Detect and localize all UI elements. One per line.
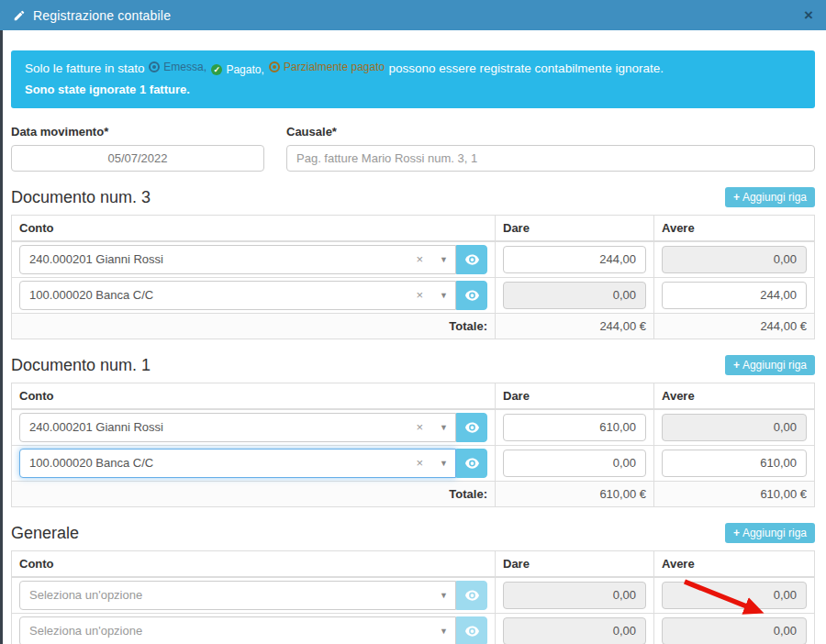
total-label: Totale:	[12, 481, 496, 506]
column-header-dare: Dare	[496, 383, 654, 409]
close-icon[interactable]: ×	[804, 7, 813, 23]
chevron-down-icon: ▼	[440, 423, 448, 432]
causale-input[interactable]	[286, 145, 815, 172]
chevron-down-icon: ▼	[440, 627, 448, 636]
accounting-table: Conto Dare Avere 240.000201 Gianni Rossi…	[11, 215, 815, 339]
eye-button[interactable]	[456, 245, 487, 274]
dare-input[interactable]	[503, 414, 646, 441]
column-header-avere: Avere	[654, 550, 815, 577]
add-row-button[interactable]: +Aggiungi riga	[725, 187, 815, 207]
accounting-table: Conto Dare Avere 240.000201 Gianni Rossi…	[11, 383, 815, 507]
eye-button[interactable]	[456, 413, 487, 442]
chevron-down-icon: ▼	[440, 255, 448, 264]
total-row: Totale: 610,00 € 610,00 €	[12, 481, 815, 506]
conto-select[interactable]: Seleziona un'opzione ▼	[19, 581, 456, 610]
alert-ignored-count: Sono state ignorate 1 fatture.	[25, 81, 801, 99]
column-header-dare: Dare	[496, 550, 654, 577]
column-header-conto: Conto	[12, 550, 496, 577]
total-avere: 610,00 €	[654, 481, 815, 506]
section-title: Documento num. 1	[11, 356, 151, 375]
avere-input	[662, 617, 807, 644]
eye-button	[456, 581, 487, 610]
section-title: Generale	[11, 524, 79, 543]
status-pagato: ✓ Pagato,	[211, 61, 263, 78]
add-row-button[interactable]: +Aggiungi riga	[725, 355, 815, 375]
pencil-icon	[13, 9, 26, 22]
dare-input	[503, 282, 646, 309]
clear-icon[interactable]: ×	[416, 456, 423, 470]
eye-button	[456, 616, 487, 644]
total-avere: 244,00 €	[654, 313, 815, 339]
dare-input[interactable]	[503, 450, 646, 477]
eye-button[interactable]	[456, 281, 487, 310]
table-row: 100.000020 Banca C/C × ▼	[12, 277, 815, 313]
chevron-down-icon: ▼	[440, 459, 448, 468]
total-dare: 610,00 €	[496, 481, 654, 506]
total-dare: 244,00 €	[496, 313, 654, 339]
conto-select[interactable]: 100.000020 Banca C/C × ▼	[19, 281, 456, 310]
column-header-avere: Avere	[654, 383, 815, 409]
plus-icon: +	[733, 527, 740, 539]
date-input[interactable]	[11, 145, 264, 172]
section-title: Documento num. 3	[11, 188, 151, 207]
plus-icon: +	[733, 191, 740, 204]
table-row: Seleziona un'opzione ▼	[12, 577, 815, 614]
column-header-avere: Avere	[654, 215, 815, 241]
column-header-conto: Conto	[12, 215, 496, 241]
column-header-conto: Conto	[12, 383, 496, 409]
page-background-edge	[0, 30, 3, 644]
add-row-button[interactable]: +Aggiungi riga	[725, 523, 815, 543]
info-alert: Solo le fatture in stato Emessa, ✓ Pagat…	[11, 50, 815, 108]
avere-input[interactable]	[662, 450, 807, 477]
conto-select[interactable]: 240.000201 Gianni Rossi × ▼	[19, 413, 456, 442]
date-label: Data movimento*	[11, 125, 264, 139]
causale-label: Causale*	[286, 125, 815, 139]
conto-select[interactable]: 240.000201 Gianni Rossi × ▼	[19, 245, 456, 274]
dare-input	[503, 582, 646, 609]
circle-dot-icon	[149, 61, 160, 72]
eye-button[interactable]	[456, 449, 487, 478]
status-parzialmente-pagato: Parzialmente pagato	[269, 59, 385, 75]
avere-input[interactable]	[662, 282, 807, 309]
dare-input	[503, 617, 646, 644]
table-row: 240.000201 Gianni Rossi × ▼	[12, 241, 815, 278]
avere-input	[662, 414, 807, 441]
avere-input	[662, 246, 807, 273]
modal-header: Registrazione contabile ×	[0, 0, 826, 30]
modal-title: Registrazione contabile	[33, 8, 171, 23]
accounting-table: Conto Dare Avere Seleziona un'opzione ▼	[11, 550, 815, 644]
table-row: 240.000201 Gianni Rossi × ▼	[12, 409, 815, 446]
alert-line1: Solo le fatture in stato Emessa, ✓ Pagat…	[25, 59, 801, 78]
total-row: Totale: 244,00 € 244,00 €	[12, 313, 815, 339]
column-header-dare: Dare	[496, 215, 654, 241]
chevron-down-icon: ▼	[440, 291, 448, 300]
avere-input	[662, 582, 807, 609]
status-emessa: Emessa,	[149, 59, 206, 75]
conto-select[interactable]: 100.000020 Banca C/C × ▼	[19, 449, 456, 478]
clear-icon[interactable]: ×	[416, 420, 423, 434]
table-row: 100.000020 Banca C/C × ▼	[12, 445, 815, 481]
chevron-down-icon: ▼	[440, 591, 448, 600]
clear-icon[interactable]: ×	[416, 288, 423, 302]
plus-icon: +	[733, 359, 740, 372]
circle-dot-icon	[269, 61, 280, 72]
dare-input[interactable]	[503, 246, 646, 273]
conto-select[interactable]: Seleziona un'opzione ▼	[19, 616, 456, 644]
clear-icon[interactable]: ×	[416, 252, 423, 266]
total-label: Totale:	[12, 313, 496, 339]
table-row: Seleziona un'opzione ▼	[12, 613, 815, 644]
check-circle-icon: ✓	[211, 64, 222, 75]
